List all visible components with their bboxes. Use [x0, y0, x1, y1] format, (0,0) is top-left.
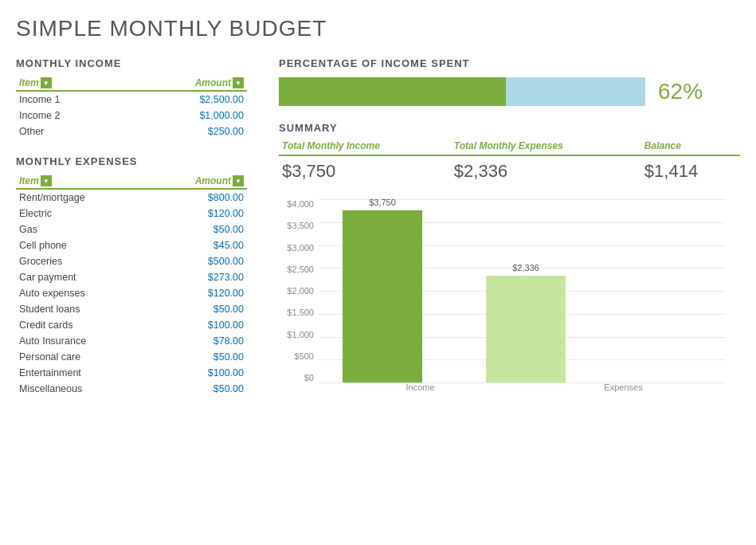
- expense-item-cell: Gas: [16, 222, 147, 237]
- chart-bar-item: $2,336: [486, 263, 566, 382]
- summary-expenses-header: Total Monthly Expenses: [451, 139, 641, 155]
- expense-item-cell: Car payment: [16, 269, 147, 285]
- income-item-cell: Other: [16, 124, 123, 139]
- percentage-bar-track: [279, 77, 645, 106]
- expense-amount-cell: $50.00: [147, 349, 247, 365]
- expense-amount-cell: $100.00: [147, 317, 247, 333]
- expense-amount-cell: $120.00: [147, 206, 247, 222]
- expense-amount-cell: $500.00: [147, 253, 247, 269]
- expense-row: Rent/mortgage $800.00: [16, 189, 247, 206]
- summary-table: Total Monthly Income Total Monthly Expen…: [279, 139, 740, 183]
- expense-amount-cell: $120.00: [147, 285, 247, 301]
- expenses-section-title: MONTHLY EXPENSES: [16, 155, 247, 167]
- y-axis-label: $0: [304, 373, 314, 382]
- expense-item-cell: Credit cards: [16, 317, 147, 333]
- summary-income-header: Total Monthly Income: [279, 139, 451, 155]
- expense-item-cell: Auto Insurance: [16, 333, 147, 349]
- percentage-bar-green: [279, 77, 506, 106]
- y-axis-label: $500: [295, 351, 314, 361]
- x-axis: IncomeExpenses: [319, 382, 725, 406]
- expenses-amount-dropdown[interactable]: ▼: [233, 175, 244, 186]
- income-amount-dropdown[interactable]: ▼: [233, 77, 244, 88]
- expense-amount-cell: $45.00: [147, 237, 247, 253]
- summary-section: SUMMARY Total Monthly Income Total Month…: [279, 122, 740, 183]
- expenses-item-dropdown[interactable]: ▼: [41, 175, 52, 186]
- summary-title: SUMMARY: [279, 122, 740, 134]
- y-axis-label: $4,000: [287, 199, 314, 209]
- percentage-title: PERCENTAGE OF INCOME SPENT: [279, 57, 740, 69]
- expense-row: Personal care $50.00: [16, 349, 247, 365]
- y-axis-label: $3,000: [287, 243, 314, 253]
- income-item-cell: Income 2: [16, 108, 123, 124]
- percentage-section: PERCENTAGE OF INCOME SPENT 62%: [279, 57, 740, 106]
- expense-row: Entertainment $100.00: [16, 365, 247, 381]
- summary-expenses-value: $2,336: [451, 155, 641, 183]
- expense-row: Auto expenses $120.00: [16, 285, 247, 301]
- expense-item-cell: Student loans: [16, 301, 147, 317]
- expense-item-cell: Groceries: [16, 253, 147, 269]
- expense-row: Student loans $50.00: [16, 301, 247, 317]
- x-axis-label: Expenses: [522, 382, 725, 406]
- expense-row: Gas $50.00: [16, 222, 247, 237]
- expense-row: Cell phone $45.00: [16, 237, 247, 253]
- expense-amount-cell: $100.00: [147, 365, 247, 381]
- chart-area: $3,750 $2,336 $4,000$3,500$3,000$2,500$2…: [279, 199, 725, 406]
- expense-amount-cell: $800.00: [147, 189, 247, 206]
- x-axis-label: Income: [319, 382, 522, 406]
- expense-item-cell: Cell phone: [16, 237, 147, 253]
- expense-item-cell: Personal care: [16, 349, 147, 365]
- expenses-item-header: Item ▼: [16, 174, 147, 189]
- income-amount-cell: $250.00: [123, 124, 247, 139]
- expense-row: Auto Insurance $78.00: [16, 333, 247, 349]
- expense-amount-cell: $50.00: [147, 381, 247, 397]
- chart-bar: [486, 276, 566, 382]
- income-row: Income 2 $1,000.00: [16, 108, 247, 124]
- expenses-amount-header: Amount ▼: [147, 174, 247, 189]
- chart-bar: [343, 210, 422, 382]
- percentage-bar-blue: [506, 77, 645, 106]
- percentage-bar-container: 62%: [279, 77, 740, 106]
- y-axis-label: $1,000: [287, 330, 314, 339]
- bar-value-label: $2,336: [512, 263, 539, 272]
- income-section-title: MONTHLY INCOME: [16, 57, 247, 69]
- expense-item-cell: Rent/mortgage: [16, 189, 147, 206]
- expense-amount-cell: $50.00: [147, 222, 247, 237]
- expense-item-cell: Entertainment: [16, 365, 147, 381]
- left-panel: MONTHLY INCOME Item ▼ Amount ▼: [16, 57, 247, 406]
- chart-bars: $3,750 $2,336: [319, 199, 725, 382]
- chart-bar-item: $3,750: [343, 198, 422, 382]
- y-axis-label: $2,000: [287, 286, 314, 296]
- summary-income-value: $3,750: [279, 155, 451, 183]
- expense-item-cell: Auto expenses: [16, 285, 147, 301]
- income-item-header: Item ▼: [16, 76, 123, 91]
- bar-value-label: $3,750: [369, 198, 396, 207]
- expense-row: Car payment $273.00: [16, 269, 247, 285]
- expense-row: Electric $120.00: [16, 206, 247, 222]
- income-amount-cell: $2,500.00: [123, 91, 247, 108]
- expense-amount-cell: $50.00: [147, 301, 247, 317]
- summary-balance-header: Balance: [641, 139, 740, 155]
- y-axis: $4,000$3,500$3,000$2,500$2,000$1,500$1,0…: [279, 199, 319, 382]
- expense-row: Groceries $500.00: [16, 253, 247, 269]
- income-item-cell: Income 1: [16, 91, 123, 108]
- right-panel: PERCENTAGE OF INCOME SPENT 62% SUMMARY T…: [279, 57, 740, 406]
- expense-row: Miscellaneous $50.00: [16, 381, 247, 397]
- income-row: Income 1 $2,500.00: [16, 91, 247, 108]
- expense-row: Credit cards $100.00: [16, 317, 247, 333]
- income-table: Item ▼ Amount ▼ Income 1 $2,500.00 Incom…: [16, 76, 247, 139]
- y-axis-label: $2,500: [287, 265, 314, 274]
- expenses-table: Item ▼ Amount ▼ Rent/mortgage $800.00 El…: [16, 174, 247, 397]
- percentage-value: 62%: [658, 79, 703, 104]
- income-row: Other $250.00: [16, 124, 247, 139]
- page-title: SIMPLE MONTHLY BUDGET: [16, 16, 740, 41]
- y-axis-label: $1,500: [287, 308, 314, 317]
- expense-item-cell: Electric: [16, 206, 147, 222]
- income-item-dropdown[interactable]: ▼: [41, 77, 52, 88]
- income-amount-header: Amount ▼: [123, 76, 247, 91]
- expense-amount-cell: $78.00: [147, 333, 247, 349]
- expense-item-cell: Miscellaneous: [16, 381, 147, 397]
- summary-balance-value: $1,414: [641, 155, 740, 183]
- y-axis-label: $3,500: [287, 221, 314, 230]
- expense-amount-cell: $273.00: [147, 269, 247, 285]
- income-amount-cell: $1,000.00: [123, 108, 247, 124]
